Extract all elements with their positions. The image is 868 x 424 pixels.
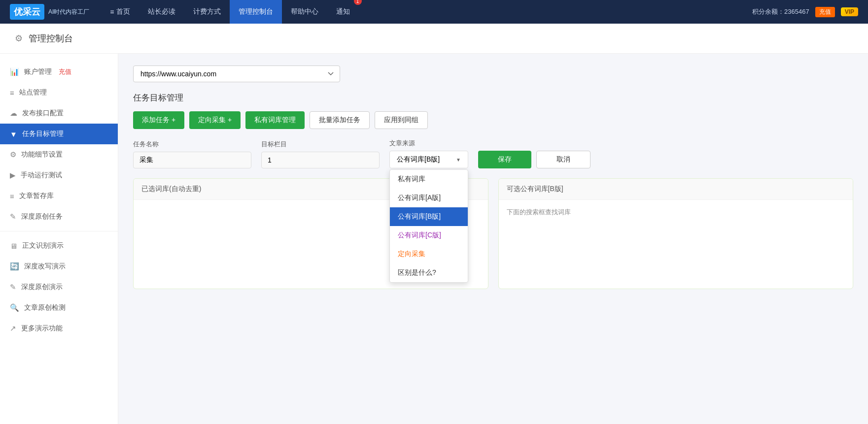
task-form-row: 任务名称 目标栏目 文章来源 公有词库[B版] ▼ 私有词库 公有词库[A: [133, 139, 853, 168]
sidebar-label-draft: 文章暂存库: [19, 192, 54, 200]
task-name-group: 任务名称: [133, 140, 251, 168]
sidebar-label-settings: 功能细节设置: [21, 150, 63, 159]
source-select-button[interactable]: 公有词库[B版] ▼: [389, 151, 468, 168]
recharge-button[interactable]: 充值: [815, 7, 835, 17]
search-icon: 🔍: [10, 303, 19, 312]
sidebar-item-manual[interactable]: ▶ 手动运行测试: [0, 165, 118, 186]
batch-add-button[interactable]: 批量添加任务: [310, 111, 370, 129]
main-content-area: https://www.ucaiyun.com 任务目标管理 添加任务 + 定向…: [118, 54, 868, 424]
target-col-label: 目标栏目: [261, 140, 380, 149]
sidebar-item-plagcheck[interactable]: 🔍 文章原创检测: [0, 297, 118, 318]
logo-area: 优采云 AI时代内容工厂: [10, 4, 89, 20]
dropdown-publicB[interactable]: 公有词库[B版]: [390, 207, 468, 226]
sidebar-item-settings[interactable]: ⚙ 功能细节设置: [0, 144, 118, 165]
nav-items: ≡ 首页 站长必读 计费方式 管理控制台 帮助中心 通知 1: [101, 0, 752, 24]
source-select-wrap: 公有词库[B版] ▼ 私有词库 公有词库[A版] 公有词库[B版] 公有词库[C…: [389, 151, 468, 168]
nav-right-area: 积分余额：2365467 充值 VIP: [752, 7, 858, 17]
sidebar-item-moredemo[interactable]: ↗ 更多演示功能: [0, 318, 118, 339]
panel-hint: 下面的搜索框查找词库: [507, 208, 571, 216]
sidebar-label-plagcheck: 文章原创检测: [24, 303, 66, 312]
settings-icon: ⚙: [15, 33, 23, 44]
play-icon: ▶: [10, 171, 16, 180]
directed-collect-button[interactable]: 定向采集 +: [189, 111, 241, 129]
sidebar-label-deeporigdemo: 深度原创演示: [21, 283, 63, 292]
sidebar-item-deeporiginal[interactable]: ✎ 深度原创任务: [0, 206, 118, 227]
refresh-icon: 🔄: [10, 262, 19, 271]
top-navigation: 优采云 AI时代内容工厂 ≡ 首页 站长必读 计费方式 管理控制台 帮助中心 通…: [0, 0, 868, 24]
sidebar-item-sites[interactable]: ≡ 站点管理: [0, 82, 118, 103]
home-list-icon: ≡: [110, 8, 114, 16]
draft-icon: ≡: [10, 192, 14, 200]
nav-help[interactable]: 帮助中心: [282, 0, 327, 24]
available-library-body: 下面的搜索框查找词库: [499, 200, 853, 289]
dropdown-publicC[interactable]: 公有词库[C版]: [390, 226, 468, 245]
sidebar-item-account[interactable]: 📊 账户管理 充值: [0, 62, 118, 82]
add-task-button[interactable]: 添加任务 +: [133, 111, 184, 129]
cancel-button[interactable]: 取消: [536, 151, 590, 168]
sidebar-label-account: 账户管理: [24, 67, 52, 76]
logo-text: 优采云: [10, 4, 44, 20]
site-selector-wrap: https://www.ucaiyun.com: [133, 65, 853, 82]
sidebar-label-manual: 手动运行测试: [21, 171, 62, 180]
site-select[interactable]: https://www.ucaiyun.com: [133, 65, 340, 82]
source-dropdown-menu: 私有词库 公有词库[A版] 公有词库[B版] 公有词库[C版] 定向采集 区别是…: [389, 169, 468, 283]
dropdown-private[interactable]: 私有词库: [390, 170, 468, 189]
pen-icon: ✎: [10, 283, 16, 292]
sidebar-item-deeporigdemo[interactable]: ✎ 深度原创演示: [0, 277, 118, 297]
nav-dashboard[interactable]: 管理控制台: [230, 0, 282, 24]
notification-badge: 1: [354, 0, 362, 5]
nav-webmaster[interactable]: 站长必读: [139, 0, 184, 24]
page-title: 管理控制台: [29, 33, 73, 44]
section-title: 任务目标管理: [133, 92, 853, 103]
sidebar-label-deeprewrite: 深度改写演示: [24, 262, 66, 271]
task-name-input[interactable]: [133, 152, 251, 168]
sidebar: 📊 账户管理 充值 ≡ 站点管理 ☁ 发布接口配置 ▼ 任务目标管理 ⚙ 功能细…: [0, 54, 118, 424]
dropdown-directed[interactable]: 定向采集: [390, 245, 468, 263]
available-library-panel: 可选公有词库[B版] 下面的搜索框查找词库: [498, 178, 854, 289]
cloud-icon: ☁: [10, 109, 17, 118]
form-actions: 保存 取消: [478, 151, 590, 168]
recharge-link[interactable]: 充值: [59, 67, 71, 76]
target-col-input[interactable]: [261, 152, 380, 168]
available-library-header: 可选公有词库[B版]: [499, 179, 853, 200]
chart-icon: 📊: [10, 67, 19, 76]
sidebar-item-deeprewrite[interactable]: 🔄 深度改写演示: [0, 256, 118, 277]
logo-subtitle: AI时代内容工厂: [48, 8, 89, 16]
sidebar-item-draft[interactable]: ≡ 文章暂存库: [0, 186, 118, 206]
sites-icon: ≡: [10, 89, 14, 97]
monitor-icon: 🖥: [10, 242, 17, 250]
panels-row: 已选词库(自动去重) 可选公有词库[B版] 下面的搜索框查找词库: [133, 178, 853, 289]
target-col-group: 目标栏目: [261, 140, 380, 168]
private-library-button[interactable]: 私有词库管理: [245, 111, 305, 129]
page-header: ⚙ 管理控制台: [0, 24, 868, 54]
apply-group-button[interactable]: 应用到同组: [375, 111, 428, 129]
sidebar-label-sites: 站点管理: [19, 88, 47, 97]
main-layout: 📊 账户管理 充值 ≡ 站点管理 ☁ 发布接口配置 ▼ 任务目标管理 ⚙ 功能细…: [0, 54, 868, 424]
dropdown-publicA[interactable]: 公有词库[A版]: [390, 189, 468, 207]
sidebar-label-publish: 发布接口配置: [22, 109, 64, 118]
filter-icon: ▼: [10, 130, 17, 138]
source-label: 文章来源: [389, 139, 468, 148]
gear-icon: ⚙: [10, 150, 16, 159]
sidebar-label-textrecog: 正文识别演示: [22, 241, 64, 250]
source-group: 文章来源 公有词库[B版] ▼ 私有词库 公有词库[A版] 公有词库[B版] 公…: [389, 139, 468, 168]
source-selected-text: 公有词库[B版]: [397, 155, 440, 164]
task-name-label: 任务名称: [133, 140, 251, 149]
sidebar-label-deeporiginal: 深度原创任务: [21, 212, 63, 221]
sidebar-divider: [0, 231, 118, 231]
action-bar: 添加任务 + 定向采集 + 私有词库管理 批量添加任务 应用到同组: [133, 111, 853, 129]
edit-icon: ✎: [10, 212, 16, 221]
arrow-icon: ↗: [10, 324, 16, 333]
sidebar-item-tasks[interactable]: ▼ 任务目标管理: [0, 124, 118, 144]
chevron-down-icon: ▼: [456, 157, 461, 163]
dropdown-diff[interactable]: 区别是什么?: [390, 263, 468, 282]
sidebar-item-textrecog[interactable]: 🖥 正文识别演示: [0, 235, 118, 256]
sidebar-label-moredemo: 更多演示功能: [21, 324, 63, 333]
nav-notifications[interactable]: 通知 1: [327, 0, 359, 24]
nav-home[interactable]: ≡ 首页: [101, 0, 139, 24]
save-button[interactable]: 保存: [478, 151, 531, 168]
sidebar-item-publish[interactable]: ☁ 发布接口配置: [0, 103, 118, 124]
points-label: 积分余额：2365467: [752, 7, 809, 16]
vip-badge: VIP: [841, 7, 858, 16]
nav-pricing[interactable]: 计费方式: [184, 0, 230, 24]
